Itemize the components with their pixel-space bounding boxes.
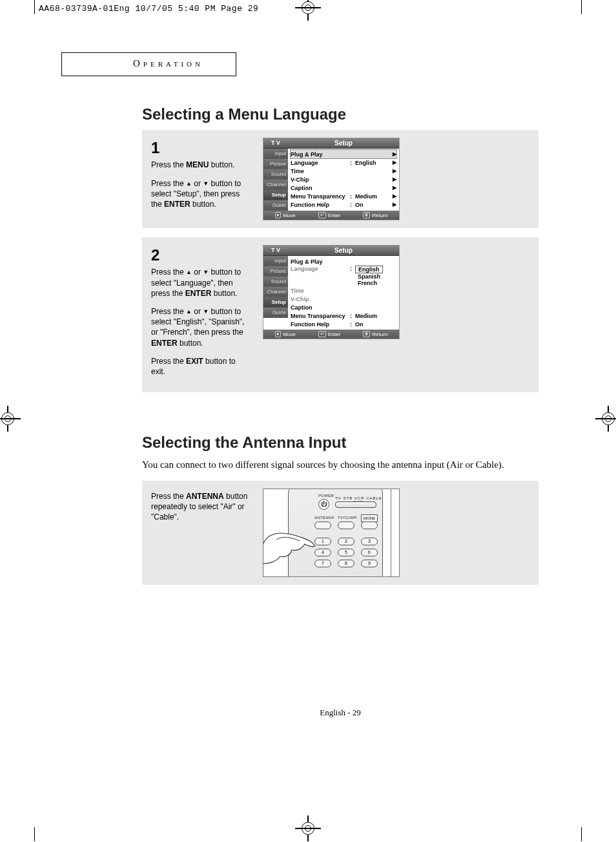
osd-source-label: T V xyxy=(263,138,288,148)
step-number: 2 xyxy=(151,245,251,266)
osd-titlebar: T V Setup xyxy=(263,246,399,256)
osd-side-setup: Setup xyxy=(263,190,288,200)
updown-icon: ♦ xyxy=(275,331,282,337)
osd-source-label: T V xyxy=(263,246,288,255)
indicator-bar xyxy=(335,501,376,508)
caret-icon: ▶ xyxy=(390,168,396,174)
step-number: 1 xyxy=(151,138,251,158)
osd-side-channel: Channel xyxy=(263,287,288,297)
mode-oval-button xyxy=(361,521,378,529)
osd-row-time: Time▶ xyxy=(291,167,396,175)
caret-icon: ▶ xyxy=(390,176,396,182)
registration-mark xyxy=(601,411,616,426)
osd-main: Plug & Play Language: English Spanish Fr… xyxy=(288,256,399,330)
osd-side-input: Input xyxy=(263,256,288,266)
osd-footer-return: ⅢReturn xyxy=(363,212,387,218)
caret-icon: ▶ xyxy=(390,185,396,191)
content: Selecting a Menu Language 1 Press the ME… xyxy=(142,105,539,718)
enter-icon: ↵ xyxy=(318,212,326,218)
osd-side-sound: Sound xyxy=(263,277,288,287)
osd-row-plugplay: Plug & Play xyxy=(291,257,396,266)
step-2-para-2: Press the ▲ or ▼ button to select "Engli… xyxy=(151,306,251,348)
osd-menu-1: T V Setup Input Picture Sound Channel Se… xyxy=(263,138,400,220)
osd-option-spanish: Spanish xyxy=(355,273,383,280)
caret-icon: ▶ xyxy=(390,160,396,165)
step-2-box: 2 Press the ▲ or ▼ button to select "Lan… xyxy=(142,237,539,392)
tvcomp-label: TV/COMP. xyxy=(338,516,358,520)
osd-side-setup: Setup xyxy=(263,297,288,308)
osd-option-english: English xyxy=(355,266,383,273)
osd-title: Setup xyxy=(288,138,399,148)
osd-side-input: Input xyxy=(263,149,288,159)
osd-side-channel: Channel xyxy=(263,180,288,190)
key-8: 8 xyxy=(338,560,354,567)
up-arrow-icon: ▲ xyxy=(186,268,192,276)
key-5: 5 xyxy=(338,549,354,556)
step-1-para-2: Press the ▲ or ▼ button to select "Setup… xyxy=(151,178,251,210)
osd-row-time: Time xyxy=(291,286,396,295)
step-1-text: 1 Press the MENU button. Press the ▲ or … xyxy=(151,138,251,217)
step-antenna-box: Press the ANTENNA button repeatedly to s… xyxy=(142,481,539,585)
osd-side-picture: Picture xyxy=(263,266,288,277)
osd-main: Plug & Play▶ Language:English▶ Time▶ V-C… xyxy=(288,149,399,211)
antenna-intro-text: You can connect to two different signal … xyxy=(142,458,539,472)
return-icon: Ⅲ xyxy=(363,331,370,337)
osd-menu-2: T V Setup Input Picture Sound Channel Se… xyxy=(263,245,400,339)
osd-row-caption: Caption xyxy=(291,303,396,311)
tvcomp-button xyxy=(338,521,354,529)
step-antenna-para: Press the ANTENNA button repeatedly to s… xyxy=(151,491,251,523)
down-arrow-icon: ▼ xyxy=(203,180,209,187)
key-3: 3 xyxy=(361,538,378,545)
osd-side-guide: Guide xyxy=(263,200,288,211)
osd-row-functionhelp: Function Help:On xyxy=(291,320,396,328)
osd-footer: ♦Move ↵Enter ⅢReturn xyxy=(263,211,399,220)
up-arrow-icon: ▲ xyxy=(186,180,192,187)
crop-mark xyxy=(34,0,35,14)
return-icon: Ⅲ xyxy=(363,212,370,218)
osd-row-vchip: V-Chip▶ xyxy=(291,175,396,184)
step-antenna-text: Press the ANTENNA button repeatedly to s… xyxy=(151,489,251,531)
osd-side-guide: Guide xyxy=(263,308,288,318)
key-2: 2 xyxy=(338,538,354,545)
updown-icon: ♦ xyxy=(275,212,282,218)
section-tab: Operation xyxy=(61,52,236,76)
osd-footer-move: ♦Move xyxy=(275,331,296,337)
step-1-box: 1 Press the MENU button. Press the ▲ or … xyxy=(142,130,539,228)
osd-title: Setup xyxy=(288,246,399,255)
crop-mark xyxy=(581,0,582,14)
osd-row-language: Language:English▶ xyxy=(291,158,396,167)
step-2-para-3: Press the EXIT button to exit. xyxy=(151,356,251,377)
osd-sidebar: Input Picture Sound Channel Setup Guide xyxy=(263,256,288,330)
osd-footer-enter: ↵Enter xyxy=(318,331,340,337)
key-9: 9 xyxy=(361,560,378,567)
page: Operation Selecting a Menu Language 1 Pr… xyxy=(39,52,577,718)
osd-option-french: French xyxy=(355,280,380,286)
step-2-para-1: Press the ▲ or ▼ button to select "Langu… xyxy=(151,267,251,299)
osd-sidebar: Input Picture Sound Channel Setup Guide xyxy=(263,149,288,211)
remote-illustration: POWER ⏻ TV STB VCR CABLE DVD ANTENNA TV/… xyxy=(263,489,400,577)
registration-mark xyxy=(0,411,15,426)
osd-row-functionhelp: Function Help:On▶ xyxy=(291,200,396,209)
enter-icon: ↵ xyxy=(318,331,326,337)
page-edge xyxy=(391,489,399,576)
osd-footer-return: ⅢReturn xyxy=(363,331,387,337)
step-2-text: 2 Press the ▲ or ▼ button to select "Lan… xyxy=(151,245,251,384)
osd-row-caption: Caption▶ xyxy=(291,184,396,192)
registration-mark xyxy=(300,0,316,16)
osd-row-transparency: Menu Transparency:Medium xyxy=(291,311,396,320)
key-6: 6 xyxy=(361,549,378,556)
down-arrow-icon: ▼ xyxy=(203,268,209,276)
osd-row-plugplay: Plug & Play▶ xyxy=(291,150,396,158)
heading-selecting-menu-language: Selecting a Menu Language xyxy=(142,105,539,123)
osd-footer-move: ♦Move xyxy=(275,212,296,218)
osd-row-language: Language: English Spanish French xyxy=(291,266,396,286)
up-arrow-icon: ▲ xyxy=(186,308,192,315)
osd-side-picture: Picture xyxy=(263,159,288,169)
osd-footer: ♦Move ↵Enter ⅢReturn xyxy=(263,330,399,339)
osd-row-vchip: V-Chip xyxy=(291,295,396,303)
osd-footer-enter: ↵Enter xyxy=(318,212,340,218)
page-number: English - 29 xyxy=(142,708,539,718)
caret-icon: ▶ xyxy=(390,202,396,207)
hand-finger-icon xyxy=(263,509,322,567)
down-arrow-icon: ▼ xyxy=(203,308,209,315)
